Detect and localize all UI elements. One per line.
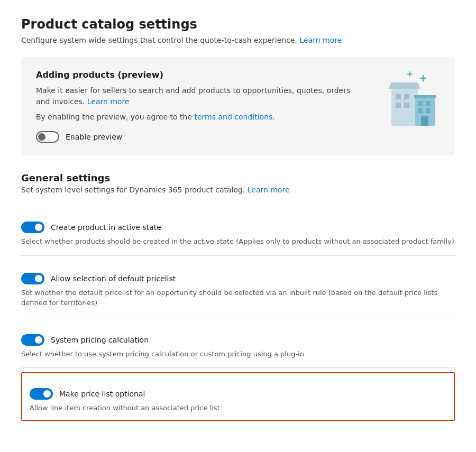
create-product-description: Select whether products should be create… [21, 236, 455, 247]
general-settings-subtitle: Set system level settings for Dynamics 3… [21, 186, 455, 194]
preview-card-title: Adding products (preview) [36, 70, 440, 80]
general-settings-title: General settings [21, 172, 455, 183]
svg-rect-9 [418, 101, 423, 106]
system-pricing-label: System pricing calculation [51, 336, 149, 344]
toggle-track [21, 222, 44, 233]
svg-rect-11 [418, 108, 423, 113]
price-list-optional-label: Make price list optional [59, 390, 145, 398]
toggle-thumb [35, 224, 42, 231]
general-learn-more-link[interactable]: Learn more [248, 186, 290, 194]
terms-conditions-link[interactable]: terms and conditions. [195, 113, 275, 121]
default-pricelist-description: Set whether the default pricelist for an… [21, 288, 455, 308]
toggle-thumb [43, 390, 51, 398]
general-settings-section: General settings Set system level settin… [21, 172, 455, 421]
svg-marker-5 [389, 82, 420, 89]
preview-card-description: Make it easier for sellers to search and… [36, 85, 353, 107]
price-list-optional-toggle-row: Make price list optional [30, 388, 446, 400]
system-pricing-description: Select whether to use system pricing cal… [21, 349, 455, 359]
setting-item-create-product: Create product in active state Select wh… [21, 205, 455, 256]
price-list-optional-description: Allow line item creation without an asso… [30, 403, 446, 413]
toggle-track [36, 131, 59, 143]
toggle-track [21, 334, 44, 346]
setting-item-system-pricing: System pricing calculation Select whethe… [21, 317, 455, 368]
setting-item-default-pricelist: Allow selection of default pricelist Set… [21, 256, 455, 317]
svg-rect-3 [396, 103, 401, 108]
system-pricing-toggle-row: System pricing calculation [21, 334, 455, 346]
default-pricelist-label: Allow selection of default pricelist [51, 274, 176, 283]
enable-preview-toggle[interactable] [36, 131, 59, 143]
svg-rect-12 [426, 108, 431, 113]
system-pricing-toggle[interactable] [21, 334, 44, 346]
svg-rect-14 [414, 95, 436, 98]
toggle-thumb [38, 133, 45, 141]
toggle-thumb [35, 336, 42, 344]
toggle-thumb [35, 275, 42, 282]
toggle-track [30, 388, 53, 400]
create-product-toggle-row: Create product in active state [21, 222, 455, 233]
enable-preview-label: Enable preview [66, 133, 122, 141]
page-title: Product catalog settings [21, 17, 455, 32]
price-list-optional-toggle[interactable] [30, 388, 53, 400]
page-learn-more-link[interactable]: Learn more [299, 36, 342, 44]
preview-card: Adding products (preview) Make it easier… [21, 57, 455, 155]
svg-rect-4 [404, 103, 409, 108]
svg-rect-2 [404, 94, 409, 99]
svg-rect-10 [426, 101, 431, 106]
toggle-track [21, 273, 44, 284]
setting-item-price-list-optional: Make price list optional Allow line item… [21, 372, 455, 421]
enable-preview-row: Enable preview [36, 131, 440, 143]
preview-card-terms: By enabling the preview, you agree to th… [36, 112, 353, 123]
page-subtitle: Configure system wide settings that cont… [21, 36, 455, 44]
default-pricelist-toggle-row: Allow selection of default pricelist [21, 273, 455, 284]
svg-rect-1 [396, 94, 401, 99]
default-pricelist-toggle[interactable] [21, 273, 44, 284]
create-product-label: Create product in active state [51, 223, 161, 232]
preview-learn-more-link[interactable]: Learn more [87, 97, 130, 106]
svg-rect-13 [421, 116, 428, 126]
create-product-toggle[interactable] [21, 222, 44, 233]
preview-illustration [381, 68, 439, 131]
